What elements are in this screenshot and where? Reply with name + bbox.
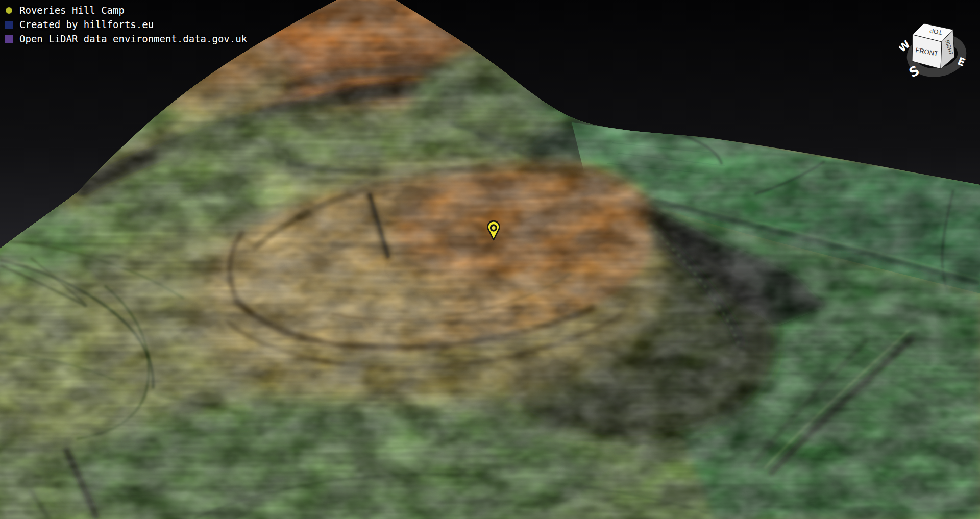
map-pin-marker[interactable]: [483, 218, 504, 241]
terrain-render: [0, 0, 980, 519]
site-marker-swatch: [6, 7, 12, 14]
legend-item-data-source: Open LiDAR data environment.data.gov.uk: [5, 32, 247, 46]
legend: Roveries Hill Camp Created by hillforts.…: [5, 3, 247, 46]
data-source-marker-swatch: [5, 35, 13, 43]
legend-item-credit: Created by hillforts.eu: [5, 17, 247, 32]
pin-ring: [491, 225, 497, 231]
legend-data-source-label: Open LiDAR data environment.data.gov.uk: [19, 32, 247, 46]
legend-site-label: Roveries Hill Camp: [19, 3, 125, 17]
lidar-3d-viewport[interactable]: Roveries Hill Camp Created by hillforts.…: [0, 0, 980, 519]
credit-marker-swatch: [5, 21, 13, 29]
orientation-cube[interactable]: TOP FRONT RIGHT W S E: [899, 18, 976, 80]
legend-item-site-name: Roveries Hill Camp: [5, 3, 247, 17]
legend-credit-label: Created by hillforts.eu: [19, 17, 154, 32]
